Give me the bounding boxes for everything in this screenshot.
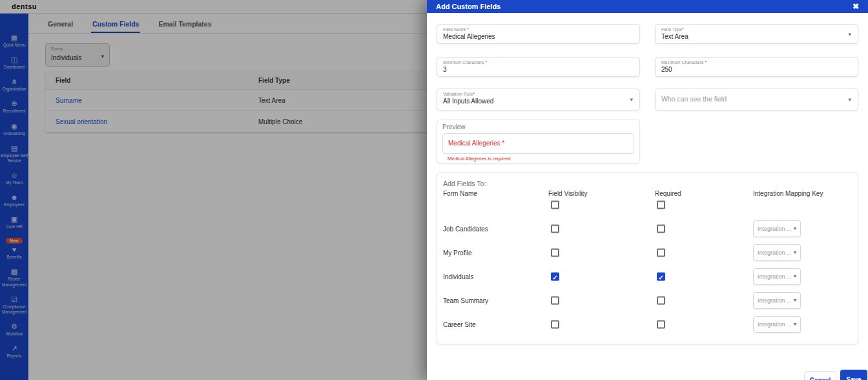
add-custom-fields-modal: Add Custom Fields ✖ Field Name * Medical… [427,0,868,380]
integration-mapping-placeholder: Integration ... [758,297,791,304]
form-row-career-site: Career SiteIntegration ...▾ [437,312,859,336]
chevron-down-icon: ▾ [848,96,851,103]
form-row-my-profile: My ProfileIntegration ...▾ [437,240,859,264]
field-visibility-checkbox[interactable] [551,248,559,257]
form-row-job-candidates: Job CandidatesIntegration ...▾ [437,216,859,240]
add-fields-to-panel: Add Fields To: Form Name Field Visibilit… [437,173,858,344]
preview-field[interactable]: Medical Allegeries * [442,133,634,154]
field-visibility-checkbox[interactable] [551,224,559,233]
integration-mapping-select[interactable]: Integration ...▾ [753,292,801,309]
field-visibility-checkbox[interactable] [551,200,559,209]
field-name-value: Medical Allegeries [443,33,634,40]
field-visibility-checkbox[interactable] [551,320,559,328]
required-checkbox[interactable] [657,224,665,233]
validation-rule-select[interactable]: Validation Rule* All Inputs Allowed ▾ [437,89,640,111]
validation-rule-label: Validation Rule [443,92,473,96]
required-checkbox[interactable] [657,296,665,304]
close-icon[interactable]: ✖ [852,3,859,10]
save-button[interactable]: Save [840,370,867,380]
field-type-select[interactable]: Field Type* Text Area ▾ [655,24,858,44]
field-type-value: Text Area [661,33,852,40]
add-fields-to-title: Add Fields To: [443,180,486,187]
field-name-input[interactable]: Field Name * Medical Allegeries [437,24,640,44]
cancel-button[interactable]: Cancel [804,371,836,380]
required-asterisk: * [705,60,707,65]
validation-rule-value: All Inputs Allowed [443,98,634,105]
modal-footer: Cancel Save [427,368,868,380]
min-characters-input[interactable]: Minimum Characters * 3 [437,57,640,77]
integration-mapping-select[interactable]: Integration ...▾ [753,268,801,285]
integration-mapping-placeholder: Integration ... [758,226,791,232]
field-type-label: Field Type [661,27,682,32]
integration-mapping-placeholder: Integration ... [758,273,791,280]
form-name-label: Team Summary [443,297,488,304]
form-name-label: My Profile [443,249,471,256]
form-name-label: Individuals [443,273,473,280]
required-checkbox[interactable] [657,320,665,328]
chevron-down-icon: ▾ [794,297,796,303]
chevron-down-icon: ▾ [848,31,851,37]
min-characters-value: 3 [443,66,634,73]
required-asterisk: * [467,27,469,32]
required-asterisk: * [486,60,488,65]
who-can-see-select[interactable]: Who can see the field ▾ [655,89,858,111]
modal-title: Add Custom Fields [436,3,501,10]
integration-mapping-select[interactable]: Integration ...▾ [753,244,801,261]
integration-mapping-select[interactable]: Integration ...▾ [753,316,801,333]
max-characters-input[interactable]: Maximum Characters * 250 [655,57,858,77]
chevron-down-icon: ▾ [794,273,796,279]
preview-error-text: Medical Allegeries is required [442,156,634,162]
min-characters-label: Minimum Characters [443,60,486,65]
preview-label: Preview [442,123,634,131]
integration-mapping-select[interactable]: Integration ...▾ [753,220,801,237]
required-asterisk: * [682,27,684,32]
integration-mapping-placeholder: Integration ... [758,321,791,328]
integration-mapping-placeholder: Integration ... [758,249,791,256]
required-asterisk: * [473,92,475,96]
field-visibility-checkbox[interactable]: ✓ [551,272,559,280]
form-row-all [437,193,859,216]
form-row-team-summary: Team SummaryIntegration ...▾ [437,288,859,312]
max-characters-label: Maximum Characters [661,60,705,65]
screen: dentsu ▦Quick Menu◫Dashboard⋔Organizatio… [0,0,868,380]
field-visibility-checkbox[interactable] [551,296,559,304]
required-checkbox[interactable]: ✓ [657,272,665,280]
preview-panel: Preview Medical Allegeries * Medical All… [437,120,640,164]
required-checkbox[interactable] [657,200,665,209]
chevron-down-icon: ▾ [794,226,796,231]
preview-field-label: Medical Allegeries * [448,140,504,147]
modal-header: Add Custom Fields ✖ [427,0,868,13]
chevron-down-icon: ▾ [630,96,633,103]
chevron-down-icon: ▾ [794,321,796,327]
form-row-individuals: Individuals✓✓Integration ...▾ [437,264,859,288]
form-name-label: Career Site [443,321,476,328]
form-name-label: Job Candidates [443,225,488,232]
required-checkbox[interactable] [657,248,665,257]
who-can-see-placeholder: Who can see the field [661,95,852,103]
chevron-down-icon: ▾ [794,249,796,255]
field-name-label: Field Name [443,27,467,32]
max-characters-value: 250 [661,66,852,73]
